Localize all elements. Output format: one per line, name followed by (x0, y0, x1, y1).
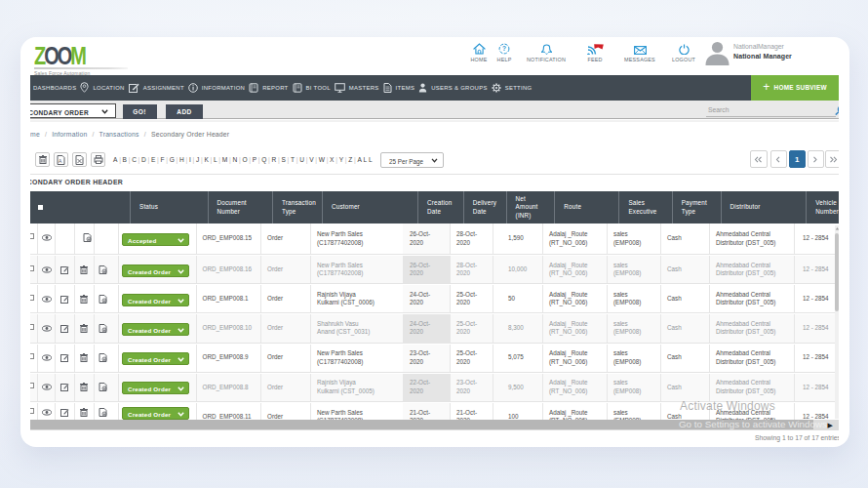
svg-text:A: A (59, 158, 62, 164)
svg-text:?: ? (502, 45, 506, 52)
